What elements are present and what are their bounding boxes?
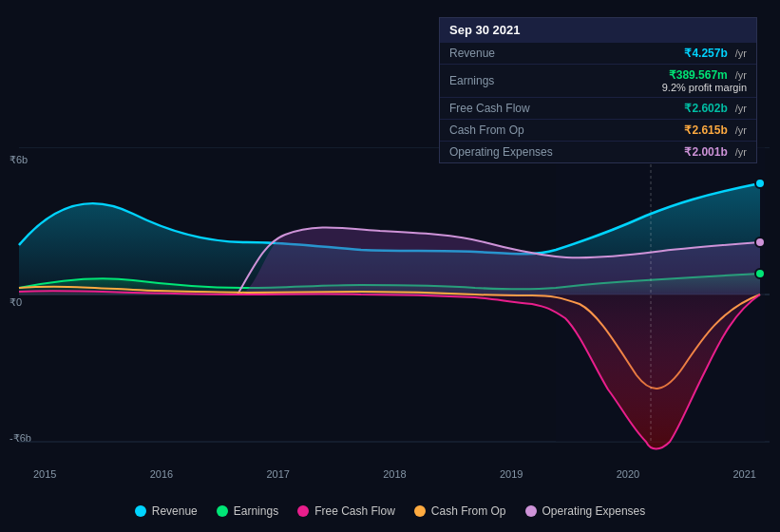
tooltip-fcf: Free Cash Flow ₹2.602b /yr — [440, 97, 756, 119]
legend-dot-earnings — [217, 505, 228, 517]
x-label-2016: 2016 — [150, 468, 173, 480]
legend-cashfromop[interactable]: Cash From Op — [414, 504, 506, 518]
legend-label-opex: Operating Expenses — [542, 504, 646, 518]
chart-svg — [0, 147, 780, 466]
legend-label-fcf: Free Cash Flow — [314, 504, 395, 518]
x-label-2021: 2021 — [733, 468, 756, 480]
legend-opex[interactable]: Operating Expenses — [525, 504, 646, 518]
legend-label-cashfromop: Cash From Op — [431, 504, 506, 518]
x-label-2019: 2019 — [500, 468, 523, 480]
legend-earnings[interactable]: Earnings — [217, 504, 278, 518]
tooltip-revenue: Revenue ₹4.257b /yr — [440, 42, 756, 64]
chart-legend: Revenue Earnings Free Cash Flow Cash Fro… — [0, 504, 780, 518]
x-label-2020: 2020 — [617, 468, 639, 480]
legend-revenue[interactable]: Revenue — [135, 504, 198, 518]
tooltip-earnings: Earnings ₹389.567m /yr 9.2% profit margi… — [440, 64, 756, 97]
tooltip-date: Sep 30 2021 — [440, 18, 756, 42]
legend-dot-revenue — [135, 505, 146, 517]
svg-point-5 — [755, 179, 765, 188]
legend-dot-cashfromop — [414, 505, 426, 517]
svg-point-6 — [755, 269, 765, 278]
x-label-2018: 2018 — [383, 468, 406, 480]
tooltip-cashfromop: Cash From Op ₹2.615b /yr — [440, 119, 756, 141]
legend-fcf[interactable]: Free Cash Flow — [297, 504, 395, 518]
svg-point-7 — [755, 238, 765, 247]
legend-dot-fcf — [297, 505, 309, 517]
legend-label-revenue: Revenue — [152, 504, 198, 518]
tooltip-opex: Operating Expenses ₹2.001b /yr — [440, 141, 756, 162]
legend-label-earnings: Earnings — [234, 504, 278, 518]
x-label-2017: 2017 — [267, 468, 290, 480]
legend-dot-opex — [525, 505, 537, 517]
x-label-2015: 2015 — [33, 468, 56, 480]
tooltip-card: Sep 30 2021 Revenue ₹4.257b /yr Earnings… — [439, 17, 757, 163]
